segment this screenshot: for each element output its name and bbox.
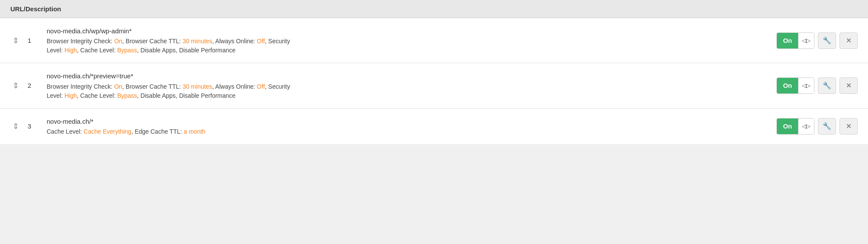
column-header-url: URL/Description bbox=[10, 5, 61, 13]
highlight-cl-2: Bypass bbox=[117, 92, 137, 99]
drag-handle-1[interactable]: ⇕ bbox=[10, 36, 21, 45]
row-number-1: 1 bbox=[28, 37, 40, 44]
row-actions-2: On ◁▷ bbox=[776, 77, 858, 94]
close-icon-2 bbox=[846, 81, 852, 90]
toggle-on-label-1: On bbox=[777, 33, 798, 48]
row-number-3: 3 bbox=[28, 122, 40, 130]
close-icon-1 bbox=[846, 36, 852, 45]
toggle-on-label-3: On bbox=[777, 119, 798, 134]
toggle-button-1[interactable]: On ◁▷ bbox=[776, 32, 814, 49]
row-url-2: novo-media.ch/*preview=true* bbox=[47, 71, 766, 81]
settings-button-3[interactable] bbox=[818, 118, 836, 135]
row-description-2: Browser Integrity Check: On, Browser Cac… bbox=[47, 82, 766, 100]
toggle-arrow-2[interactable]: ◁▷ bbox=[798, 78, 814, 93]
highlight-cl-3: Cache Everything bbox=[84, 128, 132, 135]
highlight-ao-2: Off bbox=[257, 83, 265, 90]
row-content-3: novo-media.ch/* Cache Level: Cache Every… bbox=[47, 116, 766, 136]
row-content-2: novo-media.ch/*preview=true* Browser Int… bbox=[47, 71, 766, 100]
table-row: ⇕ 2 novo-media.ch/*preview=true* Browser… bbox=[0, 63, 868, 108]
highlight-bic-1: On bbox=[114, 38, 122, 45]
wrench-icon-2 bbox=[823, 81, 831, 90]
highlight-ect-3: a month bbox=[184, 128, 206, 135]
table-row: ⇕ 3 novo-media.ch/* Cache Level: Cache E… bbox=[0, 109, 868, 144]
wrench-icon-1 bbox=[823, 36, 831, 45]
highlight-cl-1: Bypass bbox=[117, 47, 137, 54]
row-actions-3: On ◁▷ bbox=[776, 118, 858, 135]
highlight-bct-2: 30 minutes bbox=[183, 83, 212, 90]
highlight-sl-1: High bbox=[64, 47, 77, 54]
highlight-bic-2: On bbox=[114, 83, 122, 90]
page-rules-table: URL/Description ⇕ 1 novo-media.ch/wp/wp-… bbox=[0, 0, 868, 144]
drag-handle-3[interactable]: ⇕ bbox=[10, 122, 21, 131]
toggle-button-2[interactable]: On ◁▷ bbox=[776, 77, 814, 94]
row-description-1: Browser Integrity Check: On, Browser Cac… bbox=[47, 37, 766, 55]
drag-icon: ⇕ bbox=[13, 81, 19, 90]
settings-button-1[interactable] bbox=[818, 32, 836, 49]
delete-button-1[interactable] bbox=[839, 32, 858, 49]
delete-button-3[interactable] bbox=[839, 118, 858, 135]
close-icon-3 bbox=[846, 122, 852, 131]
row-url-3: novo-media.ch/* bbox=[47, 116, 766, 126]
toggle-on-label-2: On bbox=[777, 78, 798, 93]
table-header: URL/Description bbox=[0, 0, 868, 18]
toggle-arrow-1[interactable]: ◁▷ bbox=[798, 33, 814, 48]
delete-button-2[interactable] bbox=[839, 77, 858, 94]
highlight-ao-1: Off bbox=[257, 38, 265, 45]
highlight-sl-2: High bbox=[64, 92, 77, 99]
row-number-2: 2 bbox=[28, 82, 40, 89]
row-actions-1: On ◁▷ bbox=[776, 32, 858, 49]
row-content-1: novo-media.ch/wp/wp-admin* Browser Integ… bbox=[47, 26, 766, 55]
wrench-icon-3 bbox=[823, 122, 831, 131]
row-description-3: Cache Level: Cache Everything, Edge Cach… bbox=[47, 127, 766, 136]
highlight-bct-1: 30 minutes bbox=[183, 38, 212, 45]
row-url-1: novo-media.ch/wp/wp-admin* bbox=[47, 26, 766, 36]
toggle-button-3[interactable]: On ◁▷ bbox=[776, 118, 814, 135]
drag-icon: ⇕ bbox=[13, 122, 19, 131]
table-row: ⇕ 1 novo-media.ch/wp/wp-admin* Browser I… bbox=[0, 18, 868, 63]
drag-icon: ⇕ bbox=[13, 36, 19, 45]
toggle-arrow-3[interactable]: ◁▷ bbox=[798, 119, 814, 134]
settings-button-2[interactable] bbox=[818, 77, 836, 94]
drag-handle-2[interactable]: ⇕ bbox=[10, 81, 21, 90]
